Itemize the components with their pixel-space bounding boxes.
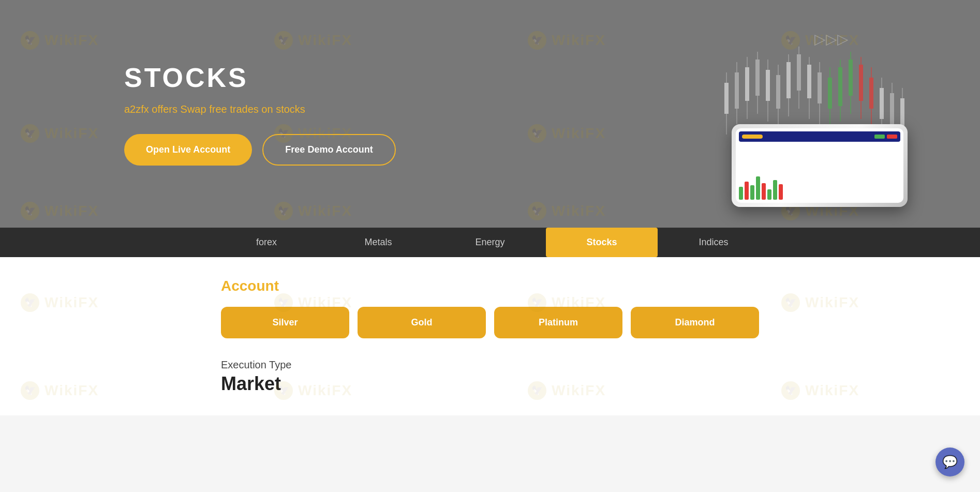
tab-forex[interactable]: forex: [211, 228, 322, 257]
gold-button[interactable]: Gold: [358, 307, 486, 338]
hero-chart-graphic: ▷▷▷: [721, 31, 939, 197]
svg-rect-1: [724, 83, 729, 114]
hero-section: 🦅 WikiFX 🦅 WikiFX 🦅 WikiFX 🦅 WikiFX 🦅 Wi…: [0, 0, 980, 228]
svg-rect-29: [869, 78, 873, 109]
svg-rect-33: [890, 93, 894, 127]
tab-indices[interactable]: Indices: [658, 228, 769, 257]
tab-energy[interactable]: Energy: [434, 228, 546, 257]
chat-button[interactable]: 💬: [936, 448, 964, 476]
svg-rect-11: [776, 75, 780, 109]
phone-screen: [736, 128, 903, 203]
svg-rect-5: [745, 67, 749, 101]
open-live-account-button[interactable]: Open Live Account: [124, 134, 252, 166]
execution-type-value: Market: [221, 373, 759, 395]
execution-type-label: Execution Type: [221, 359, 759, 371]
silver-button[interactable]: Silver: [221, 307, 349, 338]
account-section-title: Account: [221, 278, 759, 294]
navigation-bar: forex Metals Energy Stocks Indices: [0, 228, 980, 257]
chat-icon: 💬: [942, 455, 958, 469]
svg-rect-25: [849, 59, 853, 96]
svg-text:▷▷▷: ▷▷▷: [814, 31, 849, 47]
tab-stocks[interactable]: Stocks: [546, 228, 658, 257]
diamond-button[interactable]: Diamond: [631, 307, 759, 338]
account-section: Account Silver Gold Platinum Diamond Exe…: [211, 278, 769, 395]
svg-rect-17: [807, 65, 811, 98]
svg-rect-3: [735, 72, 739, 109]
svg-rect-7: [755, 59, 760, 96]
svg-rect-13: [786, 62, 791, 98]
svg-rect-9: [766, 70, 770, 101]
account-buttons-group: Silver Gold Platinum Diamond: [221, 307, 759, 338]
svg-rect-15: [797, 54, 801, 91]
free-demo-account-button[interactable]: Free Demo Account: [262, 134, 395, 166]
tab-metals[interactable]: Metals: [322, 228, 434, 257]
platinum-button[interactable]: Platinum: [494, 307, 622, 338]
svg-rect-19: [818, 72, 822, 103]
phone-mockup: [732, 124, 908, 207]
nav-tabs: forex Metals Energy Stocks Indices: [211, 228, 769, 257]
execution-section: Execution Type Market: [221, 359, 759, 395]
main-content: 🦅 WikiFX 🦅 WikiFX 🦅 WikiFX 🦅 WikiFX 🦅 Wi…: [0, 257, 980, 415]
svg-rect-23: [838, 67, 842, 106]
svg-rect-27: [859, 65, 863, 101]
svg-rect-21: [828, 78, 832, 109]
svg-rect-31: [880, 88, 884, 119]
